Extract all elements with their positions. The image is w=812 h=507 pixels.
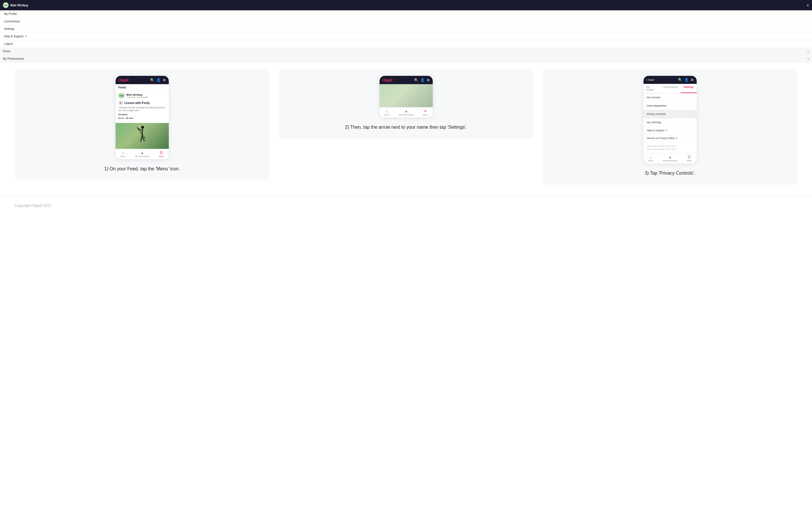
feed-duration-label: Duration	[118, 113, 166, 116]
home-icon: ⌂	[650, 155, 652, 159]
search-icon[interactable]: 🔍	[678, 78, 682, 82]
home-label: Home	[120, 155, 125, 157]
settings-icon[interactable]: ⚙	[163, 78, 166, 82]
setting-my-account[interactable]: My Account ›	[644, 93, 697, 102]
data-integrations-label: Data Integrations	[647, 104, 667, 107]
phone2-bottom-nav: ⌂ Home ▲ My Performance ✕ Menu	[379, 107, 433, 117]
menu-label: Menu	[159, 155, 164, 157]
setting-my-golf-bag[interactable]: My Golf Bag ›	[644, 118, 697, 127]
phone2-nav-menu[interactable]: ✕ Menu	[423, 109, 428, 116]
phone3-version: Clippd Client Version: 2022.8.3-3 GQL Se…	[644, 142, 697, 153]
menu-label: Menu	[687, 160, 692, 162]
copyright-text: Copyright Clippd 2022	[14, 204, 51, 208]
service-privacy-label: Service & Privacy Policy ↗	[647, 137, 678, 139]
version-line2: GQL Server Version: 2022.7.30-1	[647, 148, 693, 151]
phone2-nav-performance[interactable]: ▲ My Performance	[399, 109, 413, 116]
setting-privacy-controls[interactable]: Privacy Controls ›	[644, 110, 697, 118]
step-1-card: clippd 🔍 👤 ⚙ Feed BM Blair McHarg	[14, 69, 270, 180]
feed-user-row: BM Blair McHarg Yesterday · Sunningdale	[118, 93, 166, 99]
chart-icon: ▲	[140, 151, 144, 155]
setting-data-integrations[interactable]: Data Integrations ›	[644, 102, 697, 110]
tab-settings[interactable]: Settings	[680, 84, 697, 93]
phone3-bottom-nav: ⌂ Home ▲ My Performance ☰ Menu	[644, 153, 697, 163]
version-line1: Clippd Client Version: 2022.8.3-3	[647, 145, 693, 148]
feed-lesson-desc: Looking to feel like my hands are exitin…	[118, 106, 166, 112]
feed-user-sub: Yesterday · Sunningdale	[126, 96, 148, 98]
chevron-right-icon: ›	[692, 104, 693, 107]
step-2-card: clippd 🔍 👤 ⚙ BM Blair McHarg ∧	[278, 69, 534, 139]
phone3-nav-home[interactable]: ⌂ Home	[648, 155, 654, 162]
lesson-icon: ★	[118, 101, 123, 105]
performance-label: My Performance	[399, 114, 413, 116]
phone1-nav-icons: 🔍 👤 ⚙	[150, 78, 166, 82]
phone2-nav-home[interactable]: ⌂ Home	[384, 109, 390, 116]
profile-icon[interactable]: 👤	[156, 78, 161, 82]
phone3-nav-icons: 🔍 👤 ⚙	[678, 78, 694, 82]
phone1-nav-performance[interactable]: ▲ My Performance	[135, 151, 150, 157]
menu-icon: ☰	[160, 151, 163, 155]
phone1-golf-image	[115, 123, 169, 149]
svg-line-3	[137, 127, 138, 128]
phone2-nav-icons: 🔍 👤 ⚙	[414, 78, 430, 82]
phone-1-mockup: clippd 🔍 👤 ⚙ Feed BM Blair McHarg	[115, 76, 169, 159]
golfer-silhouette	[136, 125, 148, 147]
phone1-feed-label: Feed	[115, 84, 169, 90]
performance-label: My Performance	[663, 160, 677, 162]
phone2-bg-image	[379, 84, 433, 107]
phone3-back-bar: < Back 🔍 👤 ⚙	[644, 76, 697, 84]
chevron-right-icon: ›	[692, 112, 693, 116]
tab-connections[interactable]: Connections	[660, 84, 680, 93]
step-3-card: < Back 🔍 👤 ⚙ My Profile Connections Sett…	[542, 69, 798, 185]
steps-row: clippd 🔍 👤 ⚙ Feed BM Blair McHarg	[14, 69, 798, 185]
privacy-controls-label: Privacy Controls	[647, 113, 666, 115]
profile-icon[interactable]: 👤	[684, 78, 689, 82]
feed-user-name: Blair McHarg	[126, 93, 148, 96]
performance-label: My Performance	[135, 155, 150, 157]
tab-my-profile[interactable]: My Profile	[644, 84, 660, 93]
search-icon[interactable]: 🔍	[150, 78, 154, 82]
profile-icon[interactable]: 👤	[420, 78, 425, 82]
settings-icon[interactable]: ⚙	[427, 78, 430, 82]
chart-icon: ▲	[668, 155, 672, 159]
phone3-nav-performance[interactable]: ▲ My Performance	[663, 155, 677, 162]
phone1-feed-post: BM Blair McHarg Yesterday · Sunningdale …	[115, 90, 169, 123]
home-icon: ⌂	[121, 151, 124, 155]
phone3-nav-menu[interactable]: ☰ Menu	[687, 155, 692, 162]
chevron-right-icon: ›	[692, 121, 693, 124]
main-content: How to change your privacy settings (Mob…	[0, 30, 812, 196]
home-label: Home	[648, 160, 654, 162]
phone1-logo: clippd	[118, 78, 129, 82]
feed-duration-value-text: 01 hr : 30 min	[118, 117, 134, 119]
setting-help-support[interactable]: Help & Support ↗	[644, 127, 697, 134]
feed-user-info: Blair McHarg Yesterday · Sunningdale	[126, 93, 148, 98]
phone1-nav-home[interactable]: ⌂ Home	[120, 151, 125, 157]
svg-line-4	[141, 136, 142, 142]
feed-lesson-title: Lesson with Fordy	[124, 101, 150, 105]
feed-avatar: BM	[118, 93, 125, 99]
phone3-settings-list: My Account › Data Integrations › Privacy…	[644, 93, 697, 142]
menu-label: Menu	[423, 114, 428, 116]
chart-icon: ▲	[404, 109, 408, 113]
svg-point-0	[141, 126, 144, 129]
step-2-caption: 2) Then, tap the arrow next to your name…	[345, 124, 467, 131]
close-icon: ✕	[424, 109, 427, 113]
phone2-logo: clippd	[383, 78, 393, 82]
chevron-right-icon: ›	[692, 96, 693, 99]
footer: Copyright Clippd 2022	[0, 196, 812, 215]
feed-duration-value: 01 hr : 30 min	[118, 117, 166, 119]
phone1-nav-menu[interactable]: ☰ Menu	[159, 151, 164, 157]
phone1-bottom-nav: ⌂ Home ▲ My Performance ☰ Menu	[115, 149, 169, 159]
menu-icon: ☰	[688, 155, 691, 159]
my-account-label: My Account	[647, 96, 660, 99]
search-icon[interactable]: 🔍	[414, 78, 418, 82]
feed-duration-label-text: Duration	[118, 113, 128, 116]
phone-3-mockup: < Back 🔍 👤 ⚙ My Profile Connections Sett…	[644, 76, 697, 163]
phone1-navbar: clippd 🔍 👤 ⚙	[115, 76, 169, 84]
phone-2-mockup: clippd 🔍 👤 ⚙ BM Blair McHarg ∧	[379, 76, 433, 117]
home-label: Home	[384, 114, 390, 116]
settings-icon[interactable]: ⚙	[691, 78, 694, 82]
setting-service-privacy[interactable]: Service & Privacy Policy ↗	[644, 134, 697, 142]
my-golf-bag-label: My Golf Bag	[647, 121, 661, 124]
feed-lesson-row: ★ Lesson with Fordy	[118, 101, 166, 105]
back-button[interactable]: < Back	[646, 78, 654, 81]
